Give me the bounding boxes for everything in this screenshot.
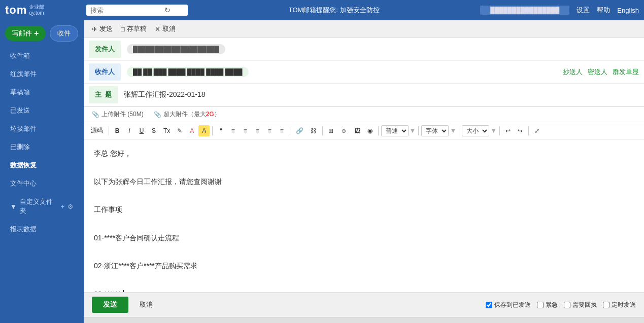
language-link[interactable]: English bbox=[617, 7, 639, 14]
header-notice: TOM邮箱提醒您: 加强安全防控 bbox=[188, 6, 480, 15]
user-bar: ████████████████ bbox=[480, 6, 569, 15]
logo-area: tom 企业邮 qy.tom bbox=[5, 4, 86, 17]
header: tom 企业邮 qy.tom ↻ TOM邮箱提醒您: 加强安全防控 ██████… bbox=[0, 0, 644, 20]
logo-type: 企业邮 bbox=[29, 4, 44, 10]
logo-qiye: 企业邮 qy.tom bbox=[29, 4, 44, 16]
header-right: ████████████████ 设置 帮助 English bbox=[480, 6, 639, 15]
search-area[interactable]: ↻ bbox=[86, 5, 188, 16]
search-refresh-icon[interactable]: ↻ bbox=[164, 6, 171, 14]
logo-domain: qy.tom bbox=[29, 10, 44, 16]
settings-link[interactable]: 设置 bbox=[577, 6, 590, 15]
search-input[interactable] bbox=[90, 7, 161, 14]
logo-tom: tom bbox=[5, 4, 27, 17]
help-link[interactable]: 帮助 bbox=[597, 6, 610, 15]
